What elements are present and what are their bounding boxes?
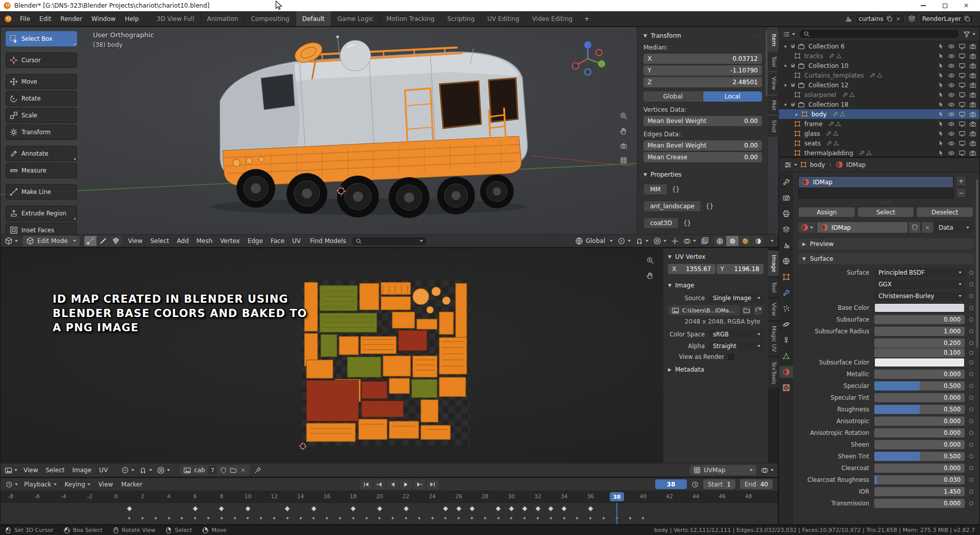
keyframe[interactable] bbox=[562, 516, 566, 520]
pivot-selector[interactable] bbox=[617, 237, 631, 245]
assign-button[interactable]: Assign bbox=[798, 207, 855, 217]
close-button[interactable]: ✕ bbox=[955, 0, 977, 11]
jump-to-end-button[interactable] bbox=[426, 479, 439, 490]
expand-arrow[interactable]: ▾ bbox=[783, 63, 788, 68]
field-x[interactable]: X0.03712 bbox=[643, 54, 762, 64]
keyframe[interactable] bbox=[628, 516, 632, 520]
keyframe[interactable] bbox=[547, 505, 554, 512]
xray-toggle-icon[interactable] bbox=[701, 237, 709, 245]
keyframe[interactable] bbox=[232, 516, 236, 520]
global-button[interactable]: Global bbox=[643, 91, 703, 102]
outliner-item-name[interactable]: Collection 6 bbox=[808, 43, 845, 50]
jump-to-start-button[interactable] bbox=[360, 479, 372, 490]
viewport-canvas[interactable]: User Orthographic (38) body Select BoxCu… bbox=[1, 27, 779, 235]
properties-tab-world[interactable] bbox=[779, 255, 793, 267]
end-frame-field[interactable]: End40 bbox=[740, 479, 773, 489]
tool-move[interactable]: Move bbox=[6, 74, 77, 89]
number-subsurface-radius[interactable]: 1.000 bbox=[874, 327, 965, 336]
keyframe[interactable] bbox=[602, 516, 606, 520]
expand-arrow[interactable]: ▾ bbox=[783, 83, 788, 88]
properties-tab-material[interactable] bbox=[779, 366, 793, 378]
keyframe[interactable] bbox=[245, 505, 251, 512]
outliner-row[interactable]: seats bbox=[779, 138, 979, 148]
outliner-item-name[interactable]: Collection 10 bbox=[808, 62, 848, 69]
material-shading-button[interactable] bbox=[739, 236, 751, 246]
tool-rotate[interactable]: Rotate bbox=[6, 91, 77, 106]
color-swatch-subsurface-color[interactable] bbox=[874, 358, 965, 367]
display-channels-selector[interactable] bbox=[761, 467, 774, 474]
menu-image[interactable]: Image bbox=[71, 467, 93, 474]
keyframe[interactable] bbox=[391, 516, 395, 520]
keyframe[interactable] bbox=[377, 516, 381, 520]
outliner-item-name[interactable]: frame bbox=[804, 120, 823, 128]
keyframe[interactable] bbox=[154, 516, 158, 520]
breadcrumb-object[interactable]: body bbox=[810, 161, 825, 168]
ortho-toggle-icon[interactable] bbox=[619, 157, 628, 164]
keyframe[interactable] bbox=[193, 516, 197, 520]
properties-panel-title[interactable]: Properties bbox=[651, 171, 682, 178]
animate-dot[interactable] bbox=[969, 372, 973, 376]
current-frame-marker[interactable]: 38 bbox=[610, 492, 624, 501]
slider-sheen[interactable]: 0.000 bbox=[874, 440, 965, 449]
keyframe[interactable] bbox=[470, 516, 474, 520]
animate-dot[interactable] bbox=[969, 396, 973, 400]
menu-keying[interactable]: Keying bbox=[63, 481, 92, 488]
maximize-button[interactable] bbox=[934, 0, 955, 11]
tool-select-box[interactable]: Select Box bbox=[6, 31, 77, 46]
uv-y-field[interactable]: Y1196.18 bbox=[716, 264, 764, 274]
keyframe[interactable] bbox=[456, 505, 462, 512]
animate-dot[interactable] bbox=[969, 490, 973, 494]
keyframe[interactable] bbox=[376, 505, 383, 512]
menu-face[interactable]: Face bbox=[269, 237, 286, 245]
show-gizmo-icon[interactable] bbox=[671, 237, 679, 245]
keyframe[interactable] bbox=[443, 516, 447, 520]
number-ior[interactable]: 1.450 bbox=[874, 487, 965, 496]
addon-prop-mm[interactable]: MM bbox=[643, 184, 667, 195]
panel-grip[interactable]: ∷∷ bbox=[754, 33, 762, 38]
sidebar-tab-view[interactable]: View bbox=[768, 72, 779, 94]
keyframe[interactable] bbox=[325, 516, 329, 520]
animate-dot[interactable] bbox=[969, 501, 973, 505]
animate-dot[interactable] bbox=[969, 454, 973, 458]
outliner-row[interactable]: thermalpadding bbox=[779, 148, 979, 157]
addon-prop-ant-landscape[interactable]: ant_landscape bbox=[643, 201, 701, 212]
keyframe[interactable] bbox=[430, 516, 434, 520]
keyframe[interactable] bbox=[522, 516, 527, 520]
pan-hand-icon[interactable] bbox=[646, 272, 654, 280]
animate-dot[interactable] bbox=[969, 271, 973, 275]
navigation-gizmo[interactable] bbox=[568, 39, 607, 78]
outliner-row[interactable]: ▸body bbox=[779, 109, 979, 119]
slider-roughness[interactable]: 0.500 bbox=[874, 405, 965, 414]
keyframe[interactable] bbox=[310, 505, 317, 512]
keyframe[interactable] bbox=[641, 516, 645, 520]
uv-sidebar-tab-view[interactable]: View bbox=[768, 299, 779, 320]
overlays-selector[interactable] bbox=[683, 237, 696, 245]
menu-mesh[interactable]: Mesh bbox=[195, 237, 214, 245]
breadcrumb-material[interactable]: IDMap bbox=[846, 161, 866, 168]
fake-user-button[interactable] bbox=[909, 222, 920, 233]
properties-tab-physics[interactable] bbox=[779, 319, 793, 330]
keyframe[interactable] bbox=[364, 516, 368, 520]
keyframe[interactable] bbox=[495, 505, 501, 512]
keyframe[interactable] bbox=[284, 505, 291, 512]
preview-range-icon[interactable] bbox=[691, 481, 699, 488]
image-source-dropdown[interactable]: Single Image bbox=[709, 294, 763, 303]
preview-panel-header[interactable]: ▶Preview bbox=[798, 238, 973, 250]
keyframe[interactable] bbox=[192, 505, 199, 512]
animate-dot[interactable] bbox=[969, 466, 973, 470]
expand-arrow[interactable]: ▾ bbox=[783, 44, 788, 49]
workspace-tab-motion-tracking[interactable]: Motion Tracking bbox=[380, 11, 441, 26]
keyframe[interactable] bbox=[457, 516, 461, 520]
uv-sidebar-tab-tool[interactable]: Tool bbox=[768, 278, 779, 297]
menu-select[interactable]: Select bbox=[44, 467, 66, 474]
dropdown-christensen-burley[interactable]: Christensen-Burley bbox=[874, 291, 965, 301]
properties-tab-render[interactable] bbox=[779, 192, 793, 204]
local-button[interactable]: Local bbox=[703, 91, 762, 102]
outliner-item-name[interactable]: Collection 18 bbox=[808, 101, 848, 108]
edge-select-button[interactable] bbox=[97, 236, 109, 246]
image-datablock-selector[interactable]: cab 7 bbox=[180, 465, 250, 475]
menu-edit[interactable]: Edit bbox=[35, 15, 56, 22]
sidebar-tab-item[interactable]: Item bbox=[768, 30, 779, 51]
tool-annotate[interactable]: Annotate bbox=[6, 146, 77, 161]
uv-canvas[interactable]: ID MAP CREATED IN BLENDER USING BLENDER … bbox=[1, 248, 779, 464]
